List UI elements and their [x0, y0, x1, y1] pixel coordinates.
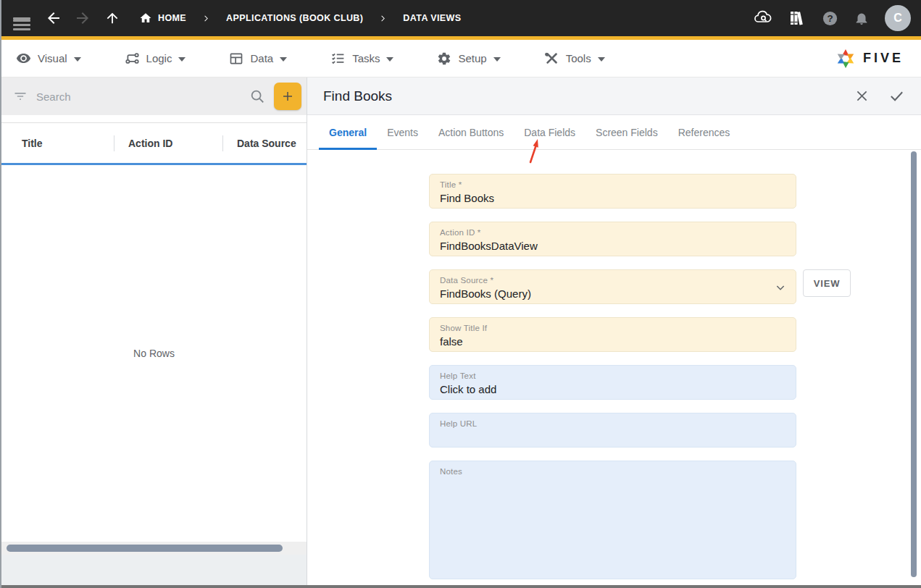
breadcrumb-data-views[interactable]: DATA VIEWS [403, 13, 461, 23]
detail-panel-header: Find Books [307, 77, 921, 115]
top-navbar: HOME APPLICATIONS (BOOK CLUB) DATA VIEWS [1, 0, 921, 36]
menu-data[interactable]: Data [229, 51, 287, 66]
tab-general[interactable]: General [319, 115, 377, 149]
filter-icon[interactable] [13, 89, 28, 104]
forward-arrow-icon[interactable] [74, 9, 91, 27]
avatar-letter: C [893, 12, 902, 25]
help-text-field[interactable]: Help Text Click to add [429, 365, 796, 400]
search-icon[interactable] [249, 88, 265, 104]
search-bar [1, 77, 307, 115]
navbar-left: HOME APPLICATIONS (BOOK CLUB) DATA VIEWS [1, 9, 462, 27]
caret-down-icon [280, 57, 287, 62]
menu-data-label: Data [250, 52, 273, 64]
menu-setup[interactable]: Setup [437, 51, 500, 66]
tab-references[interactable]: References [668, 115, 741, 149]
show-title-if-label: Show Title If [440, 324, 785, 332]
title-field-value: Find Books [440, 192, 785, 204]
vertical-scrollbar-thumb[interactable] [911, 151, 917, 577]
breadcrumb-home-label: HOME [158, 13, 186, 23]
help-text-value: Click to add [440, 383, 785, 395]
window-bottom-edge [1, 585, 921, 588]
show-title-if-value: false [440, 335, 785, 348]
plus-icon [281, 90, 294, 103]
tab-action-buttons[interactable]: Action Buttons [428, 115, 514, 149]
caret-down-icon [178, 57, 186, 62]
breadcrumb-applications[interactable]: APPLICATIONS (BOOK CLUB) [226, 13, 363, 23]
menu-visual[interactable]: Visual [16, 51, 81, 66]
gear-icon [437, 51, 451, 66]
chevron-right-icon [379, 14, 387, 22]
notes-field[interactable]: Notes [429, 461, 796, 579]
back-arrow-icon[interactable] [45, 9, 62, 27]
tab-screen-fields[interactable]: Screen Fields [585, 115, 668, 149]
svg-text:?: ? [827, 13, 833, 24]
notes-label: Notes [440, 467, 785, 476]
horizontal-scrollbar-thumb[interactable] [7, 545, 283, 552]
up-arrow-icon[interactable] [104, 10, 120, 26]
flow-icon [125, 51, 140, 66]
column-header-data-source-label: Data Source [237, 138, 296, 149]
notifications-bell-icon[interactable] [854, 10, 870, 26]
help-url-field[interactable]: Help URL [429, 413, 796, 448]
tools-icon [544, 51, 559, 66]
column-header-action-id[interactable]: Action ID [114, 123, 222, 163]
menubar: Visual Logic Data Tasks [1, 40, 921, 77]
menu-tasks-label: Tasks [352, 52, 380, 64]
chevron-down-icon[interactable] [775, 282, 786, 296]
table-icon [229, 51, 243, 66]
caret-down-icon [386, 57, 393, 62]
search-input[interactable] [36, 91, 241, 103]
menu-logic[interactable]: Logic [125, 51, 186, 66]
chevron-right-icon [202, 14, 210, 22]
library-books-icon[interactable] [788, 9, 807, 27]
action-id-field-value: FindBooksDataView [440, 240, 785, 252]
save-check-icon[interactable] [888, 88, 905, 104]
breadcrumb-home[interactable]: HOME [139, 12, 186, 25]
cloud-search-icon[interactable] [752, 9, 772, 27]
user-avatar[interactable]: C [885, 5, 911, 31]
menu-logic-label: Logic [146, 52, 172, 64]
home-icon [139, 12, 152, 25]
close-icon[interactable] [854, 88, 870, 104]
spacer [1, 115, 307, 122]
action-id-field[interactable]: Action ID * FindBooksDataView [429, 222, 796, 256]
navbar-right: ? C [752, 5, 911, 31]
help-url-label: Help URL [440, 419, 785, 428]
menu-tasks[interactable]: Tasks [330, 51, 393, 66]
detail-panel: Find Books General Events Action Buttons… [307, 77, 921, 585]
column-divider [222, 135, 223, 151]
caret-down-icon [493, 57, 501, 62]
show-title-if-field[interactable]: Show Title If false [429, 317, 796, 352]
menu-tools-label: Tools [566, 52, 591, 64]
five-wordmark: FIVE [863, 51, 904, 66]
horizontal-scrollbar [1, 542, 307, 555]
list-footer [1, 555, 307, 585]
tab-bar: General Events Action Buttons Data Field… [307, 115, 921, 150]
column-header-title[interactable]: Title [1, 123, 114, 163]
page-title: Find Books [323, 88, 835, 104]
data-source-value: FindBooks (Query) [440, 287, 785, 300]
data-views-list-panel: Title Action ID Data Source No Rows [1, 77, 307, 585]
column-divider [114, 135, 114, 151]
column-header-data-source[interactable]: Data Source [222, 123, 307, 163]
tab-data-fields[interactable]: Data Fields [514, 115, 585, 149]
menu-tools[interactable]: Tools [544, 51, 605, 66]
tab-events[interactable]: Events [377, 115, 428, 149]
add-record-button[interactable] [274, 83, 301, 110]
title-field[interactable]: Title * Find Books [429, 174, 796, 209]
app-window: HOME APPLICATIONS (BOOK CLUB) DATA VIEWS [0, 0, 921, 588]
help-icon[interactable]: ? [822, 10, 838, 27]
five-logo: FIVE [835, 48, 904, 70]
caret-down-icon [74, 57, 81, 62]
hamburger-menu-icon[interactable] [13, 15, 30, 22]
empty-state-message: No Rows [133, 348, 175, 359]
data-source-row: Data Source * FindBooks (Query) VIEW [429, 269, 921, 317]
view-button[interactable]: VIEW [803, 269, 851, 297]
data-source-select[interactable]: Data Source * FindBooks (Query) [429, 269, 796, 304]
caret-down-icon [598, 57, 605, 62]
eye-icon [16, 51, 31, 66]
title-field-label: Title * [440, 180, 785, 189]
data-source-label: Data Source * [440, 276, 785, 285]
column-header-title-label: Title [22, 138, 43, 149]
checklist-icon [330, 51, 346, 66]
